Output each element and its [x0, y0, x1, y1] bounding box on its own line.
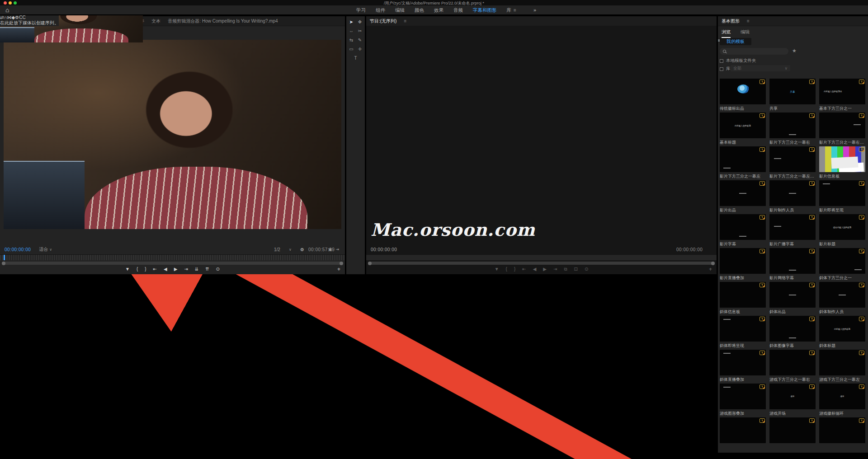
transport-button[interactable]: ⊙	[216, 267, 220, 272]
add-button[interactable]: +	[337, 266, 340, 272]
transport-button[interactable]: ▼	[125, 267, 130, 272]
transport-button[interactable]: ⇥	[184, 267, 188, 272]
template-card[interactable]: 游戏图形叠加	[720, 384, 766, 416]
workspace-tab[interactable]: 学习	[356, 7, 366, 14]
checkbox[interactable]	[720, 59, 723, 63]
source-panel-tab[interactable]: 音频剪辑混合器: How Compelling Is Your Writing?…	[168, 18, 278, 24]
timeline-tool-icon[interactable]: CC	[19, 15, 25, 20]
home-icon[interactable]: ⌂	[5, 6, 9, 14]
workspace-tab[interactable]: 效果	[434, 7, 443, 14]
transport-button[interactable]: ▶	[543, 267, 547, 272]
tool-icon[interactable]: ⇔	[349, 28, 354, 34]
template-card[interactable]	[720, 417, 766, 445]
workspace-tab[interactable]: 库	[507, 7, 512, 14]
transport-button[interactable]: ⇥	[553, 267, 557, 272]
template-card[interactable]: 影片即将呈现	[819, 180, 865, 213]
library-dropdown[interactable]: 全部 ∨	[731, 65, 790, 71]
template-card[interactable]: 游戏下方三分之一靠右	[769, 350, 816, 382]
template-card[interactable]: 共享 共享	[769, 79, 816, 111]
template-card[interactable]: 此处输入您的标题名 基本下方三分之一	[819, 79, 865, 111]
template-card[interactable]: 影片出品	[720, 180, 766, 213]
template-card[interactable]	[769, 417, 816, 445]
template-card[interactable]: 此处输入您的标题 基本标题	[720, 112, 766, 145]
source-video-preview[interactable]	[4, 40, 341, 229]
transport-button[interactable]: ⊙	[585, 267, 588, 272]
my-templates-dropdown[interactable]: 我的模板	[720, 38, 751, 45]
template-search[interactable]	[720, 48, 788, 55]
tool-icon[interactable]: ✥	[357, 19, 363, 25]
transport-button[interactable]: ▶	[174, 267, 178, 272]
essential-graphics-tab[interactable]: 基本图形	[722, 18, 740, 24]
template-card[interactable]: 影片下方三分之一靠右	[769, 112, 816, 145]
settings-wrench-icon[interactable]: ⚙	[300, 247, 304, 252]
tool-icon[interactable]: ✂	[357, 28, 363, 34]
source-panel-tab[interactable]: 文本	[151, 18, 160, 24]
transport-button[interactable]: ◀	[533, 267, 537, 272]
transport-button[interactable]: ▼	[495, 267, 499, 272]
transport-button[interactable]: {	[137, 267, 138, 272]
template-card[interactable]: 影片字幕	[720, 214, 766, 247]
template-card[interactable]: 斜体制作人员	[819, 282, 865, 314]
template-card[interactable]: 斜体出品	[769, 282, 816, 314]
timeline-tool-icon[interactable]: ⚙	[15, 15, 19, 20]
tool-icon[interactable]: ▭	[349, 46, 354, 52]
workspace-tab[interactable]: 颜色	[415, 7, 424, 14]
transport-button[interactable]: ◀	[164, 267, 167, 272]
source-time-ruler[interactable]	[0, 254, 345, 260]
template-search-input[interactable]	[728, 49, 785, 54]
tool-icon[interactable]: ✛	[357, 46, 363, 52]
program-time-ruler[interactable]	[366, 254, 717, 260]
template-card[interactable]: 游戏下方三分之一靠左	[819, 350, 865, 382]
template-card[interactable]: 此处输入您的标题 斜体标题	[819, 316, 865, 348]
workspace-tab[interactable]: 字幕和图形	[473, 7, 497, 14]
template-card[interactable]: 斜体下方三分之一	[819, 248, 865, 281]
tool-icon[interactable]: T	[353, 55, 359, 61]
add-button[interactable]: +	[709, 266, 712, 272]
workspace-menu-icon[interactable]: ≡	[514, 8, 516, 13]
transport-button[interactable]: ⇤	[153, 267, 157, 272]
transport-button[interactable]: ⇤	[522, 267, 526, 272]
tool-icon[interactable]: ✎	[357, 37, 363, 43]
template-card[interactable]: 影片下方三分之一靠右两行	[819, 112, 865, 145]
template-card[interactable]: 斜体信息板	[720, 282, 766, 314]
transport-button[interactable]: }	[514, 267, 515, 272]
tool-icon[interactable]: ⇆	[349, 37, 354, 43]
transport-button[interactable]: }	[145, 267, 146, 272]
template-card[interactable]: 斜体直播叠加	[720, 350, 766, 382]
panel-menu-icon[interactable]: ≡	[404, 19, 406, 23]
eg-view-tab[interactable]: 浏览	[722, 29, 731, 38]
timeline-tool-icon[interactable]: ⋈	[7, 15, 12, 20]
template-card[interactable]: 传统徽标出品	[720, 79, 766, 111]
template-card[interactable]: 请在此输入您的标题 影片标题	[819, 214, 865, 247]
playhead[interactable]	[4, 255, 5, 260]
eg-view-tab[interactable]: 编辑	[741, 29, 750, 38]
transport-button[interactable]: ⇊	[195, 267, 198, 272]
template-card[interactable]: 播放 游戏徽标循环	[819, 384, 865, 416]
workspace-tab[interactable]: 音频	[453, 7, 463, 14]
zoom-level-dropdown[interactable]: 1/2	[274, 247, 280, 252]
checkbox[interactable]	[720, 67, 723, 71]
source-timecode[interactable]: 00:00:00:00	[5, 247, 31, 252]
fit-dropdown[interactable]: 适合	[39, 246, 48, 253]
favorites-star-icon[interactable]: ★	[792, 48, 797, 54]
panel-menu-icon[interactable]: ≡	[747, 19, 750, 23]
monitor-settings-icon[interactable]: ⇥	[336, 247, 340, 252]
template-card[interactable]: 影片广播字幕	[769, 214, 816, 247]
tool-icon[interactable]: ➤	[349, 19, 354, 25]
workspace-tab[interactable]: 组件	[376, 7, 385, 14]
template-card[interactable]: 影片信息板	[819, 146, 865, 179]
transport-button[interactable]: ⊡	[574, 267, 578, 272]
transport-button[interactable]: {	[506, 267, 507, 272]
template-card[interactable]: 影片制作人员	[769, 180, 816, 213]
program-timecode[interactable]: 00:00:00:00	[371, 247, 397, 252]
timeline-tool-icon[interactable]: ∩	[4, 15, 7, 20]
program-panel-tab[interactable]: 节目:(无序列)	[370, 18, 396, 24]
transport-button[interactable]: ⧉	[564, 267, 567, 272]
transport-button[interactable]: ⇈	[205, 267, 209, 272]
template-card[interactable]: 影片下方三分之一靠左	[720, 146, 766, 179]
workspace-tab[interactable]: 编辑	[395, 7, 405, 14]
template-card[interactable]: 斜体即将呈现	[720, 316, 766, 348]
template-card[interactable]: 影片网络字幕	[769, 248, 816, 281]
template-card[interactable]: 影片直播叠加	[720, 248, 766, 281]
template-card[interactable]: 斜体图像字幕	[769, 316, 816, 348]
